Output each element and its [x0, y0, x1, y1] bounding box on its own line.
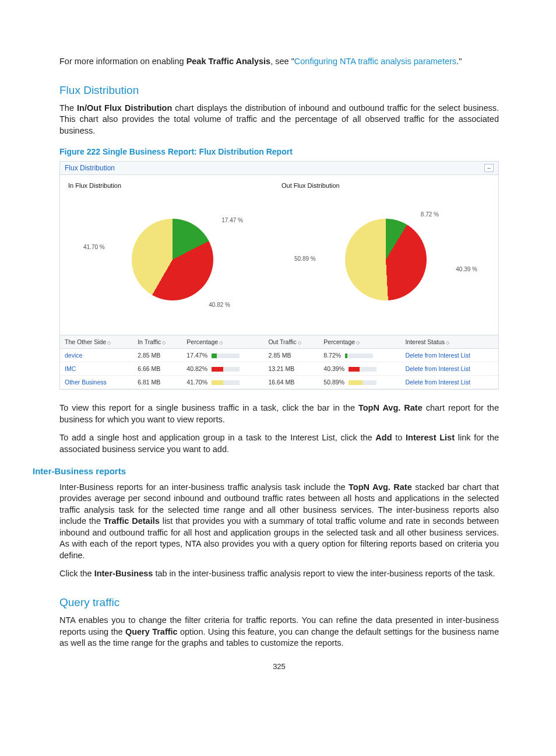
row-name[interactable]: IMC	[65, 365, 76, 372]
text: to	[392, 433, 406, 442]
heading-flux-distribution: Flux Distribution	[59, 84, 499, 97]
text: Inter-Business reports for an inter-busi…	[59, 482, 349, 492]
row-in-traffic: 6.66 MB	[133, 362, 182, 376]
flux-report: Flux Distribution − In Flux Distribution…	[59, 161, 499, 390]
text: tab in the inter-business traffic analys…	[153, 569, 495, 578]
row-status-link[interactable]: Delete from Interest List	[405, 352, 470, 359]
flux-data-table: The Other Side◇ In Traffic◇ Percentage◇ …	[60, 335, 498, 389]
heading-query-traffic: Query traffic	[59, 596, 499, 609]
bar-fill	[212, 354, 217, 358]
bar-bg	[345, 354, 373, 358]
intro-paragraph: For more information on enabling Peak Tr…	[59, 56, 499, 68]
row-out-traffic: 2.85 MB	[263, 349, 319, 362]
sort-icon: ◇	[298, 340, 301, 345]
heading-inter-business: Inter-Business reports	[33, 466, 499, 476]
text: , see "	[270, 57, 294, 66]
collapse-button[interactable]: −	[484, 164, 494, 172]
col-interest-status[interactable]: Interest Status◇	[400, 335, 498, 349]
inter-paragraph-1: Inter-Business reports for an inter-busi…	[59, 482, 499, 562]
out-chart-title: Out Flux Distribution	[279, 181, 492, 198]
table-body: device2.85 MB17.47% 2.85 MB8.72% Delete …	[60, 349, 498, 389]
bar-bg	[212, 380, 240, 385]
report-title: Flux Distribution	[65, 164, 115, 172]
row-in-percentage: 40.82%	[182, 362, 263, 376]
row-status-link[interactable]: Delete from Interest List	[405, 379, 470, 386]
flux-paragraph: The In/Out Flux Distribution chart displ…	[59, 103, 499, 137]
row-out-traffic: 13.21 MB	[263, 362, 319, 376]
col-in-percentage[interactable]: Percentage◇	[182, 335, 263, 349]
in-chart-title: In Flux Distribution	[66, 181, 279, 198]
out-chart-cell: Out Flux Distribution 8.72 % 40.39 % 50.…	[279, 181, 492, 321]
bold-text: Interest List	[406, 433, 455, 442]
link-configuring-nta[interactable]: Configuring NTA traffic analysis paramet…	[294, 57, 456, 66]
in-label-red: 40.82 %	[209, 302, 230, 308]
out-label-red: 40.39 %	[456, 266, 477, 272]
bar-bg	[212, 367, 240, 372]
sort-icon: ◇	[356, 340, 360, 345]
row-out-percentage: 8.72%	[319, 349, 400, 362]
charts-row: In Flux Distribution 17.47 % 40.82 % 41.…	[60, 175, 498, 335]
bar-fill	[349, 367, 360, 372]
text: To add a single host and application gro…	[59, 433, 375, 442]
report-header: Flux Distribution −	[60, 162, 498, 175]
bold-text: In/Out Flux Distribution	[77, 103, 172, 113]
bar-fill	[212, 380, 223, 385]
row-name[interactable]: device	[65, 352, 82, 359]
bar-fill	[349, 380, 363, 385]
table-row: device2.85 MB17.47% 2.85 MB8.72% Delete …	[60, 349, 498, 362]
bar-bg	[349, 380, 376, 385]
document-page: For more information on enabling Peak Tr…	[0, 0, 556, 756]
row-in-percentage: 41.70%	[182, 376, 263, 389]
text: The	[59, 103, 77, 113]
row-in-traffic: 2.85 MB	[133, 349, 182, 362]
bar-bg	[349, 367, 376, 372]
row-status-link[interactable]: Delete from Interest List	[405, 365, 470, 372]
bold-text: TopN Avg. Rate	[358, 403, 423, 412]
sort-icon: ◇	[162, 340, 166, 345]
row-name[interactable]: Other Business	[65, 379, 107, 386]
page-number: 325	[59, 662, 499, 671]
table-header-row: The Other Side◇ In Traffic◇ Percentage◇ …	[60, 335, 498, 349]
bar-bg	[212, 354, 240, 358]
out-pie-wrap: 8.72 % 40.39 % 50.89 %	[279, 198, 492, 321]
col-in-traffic[interactable]: In Traffic◇	[133, 335, 182, 349]
bold-text: Query Traffic	[125, 627, 178, 636]
add-paragraph: To add a single host and application gro…	[59, 432, 499, 455]
inter-paragraph-2: Click the Inter-Business tab in the inte…	[59, 568, 499, 580]
col-out-traffic[interactable]: Out Traffic◇	[263, 335, 319, 349]
row-in-traffic: 6.81 MB	[133, 376, 182, 389]
bold-text: Peak Traffic Analysis	[186, 57, 271, 66]
bold-text: Inter-Business	[94, 569, 153, 578]
bar-fill	[345, 354, 347, 358]
out-pie-chart	[345, 219, 427, 300]
bold-text: Traffic Details	[104, 516, 160, 526]
text: To view this report for a single busines…	[59, 403, 358, 412]
sort-icon: ◇	[107, 340, 111, 345]
sort-icon: ◇	[446, 340, 449, 345]
col-out-percentage[interactable]: Percentage◇	[319, 335, 400, 349]
in-pie-chart	[132, 219, 213, 300]
query-paragraph: NTA enables you to change the filter cri…	[59, 615, 499, 649]
row-out-percentage: 50.89%	[319, 376, 400, 389]
in-label-yellow: 41.70 %	[83, 244, 105, 250]
view-paragraph: To view this report for a single busines…	[59, 402, 499, 425]
table-row: Other Business6.81 MB41.70% 16.64 MB50.8…	[60, 376, 498, 389]
row-in-percentage: 17.47%	[182, 349, 263, 362]
out-label-yellow: 50.89 %	[294, 256, 316, 262]
in-label-green: 17.47 %	[221, 217, 243, 223]
bold-text: Add	[375, 433, 392, 442]
row-out-percentage: 40.39%	[319, 362, 400, 376]
in-chart-cell: In Flux Distribution 17.47 % 40.82 % 41.…	[66, 181, 279, 321]
in-pie-wrap: 17.47 % 40.82 % 41.70 %	[66, 198, 279, 321]
text: For more information on enabling	[59, 57, 186, 66]
row-out-traffic: 16.64 MB	[263, 376, 319, 389]
bold-text: TopN Avg. Rate	[349, 482, 412, 492]
figure-caption: Figure 222 Single Business Report: Flux …	[59, 147, 499, 156]
text: ."	[456, 57, 462, 66]
bar-fill	[212, 367, 223, 372]
text: Click the	[59, 569, 94, 578]
table-row: IMC6.66 MB40.82% 13.21 MB40.39% Delete f…	[60, 362, 498, 376]
sort-icon: ◇	[219, 340, 223, 345]
col-other-side[interactable]: The Other Side◇	[60, 335, 133, 349]
out-label-green: 8.72 %	[421, 211, 439, 218]
